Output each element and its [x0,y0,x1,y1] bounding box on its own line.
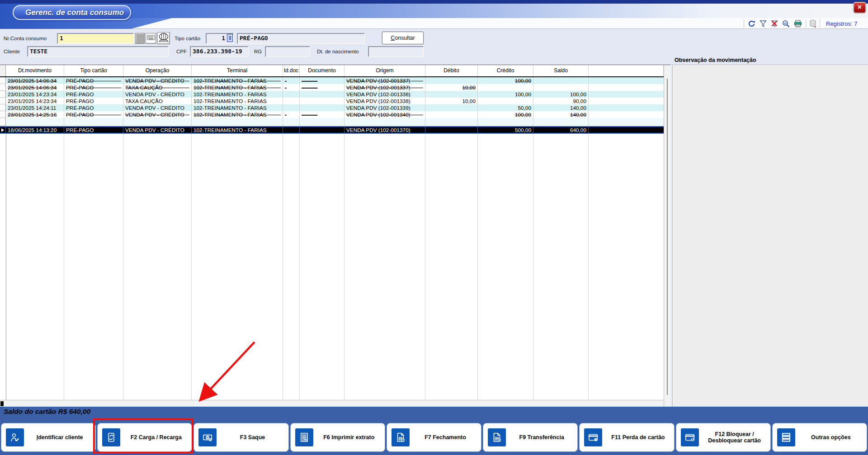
cell-Terminal: 102-TREINAMENTO - FARIAS [192,77,283,84]
cell-Origem: VENDA PDV (102-001338) [344,98,425,104]
cell-Terminal [192,118,283,126]
cell-Origem: VENDA PDV (102-001340) [344,111,425,118]
consultar-button[interactable]: Consultar [382,32,424,44]
table-row[interactable]: 23/01/2025 14:23:34PRÉ-PAGOTAXA CAUÇÃO10… [0,98,664,104]
nr-conta-label: Nr.Conta consumo [4,33,47,44]
action-f7-fechamento[interactable]: F7 Fechamento [387,423,481,452]
table-row-selected[interactable]: 18/06/2025 14:13:20PRÉ-PAGOVENDA PDV - C… [0,126,664,134]
cell-Débito [425,77,478,84]
cell-Operação: TAXA CAUÇÃO [123,98,192,104]
cell-Crédito [478,118,533,126]
row-header-cell [0,104,6,111]
cell-filler [589,98,664,104]
column-header-Documento[interactable]: Documento [300,65,344,76]
cell-Crédito: 100,00 [478,111,533,118]
table-row-blank[interactable] [0,118,664,126]
action-f11-perda-de-cart-o[interactable]: ?F11 Perda de cartão [579,423,674,452]
cell-filler [589,84,664,91]
lookup-button[interactable] [135,33,145,44]
column-header-Id.doc[interactable]: Id.doc [283,65,300,76]
filter-clear-icon[interactable] [770,19,778,28]
cell-Crédito [478,84,533,91]
action-f3-saque[interactable]: $F3 Saque [193,423,288,452]
hscroll-thumb[interactable] [0,401,4,406]
cell-Origem: VENDA PDV (102-001338) [344,91,425,98]
action-outras-op-es[interactable]: Outras opções [772,423,867,452]
cliente-label: Cliente [4,46,20,57]
observacao-panel[interactable] [672,65,868,407]
cell-Operação: VENDA PDV - CRÉDITO [123,77,192,84]
cell-Saldo: 100,00 [533,91,589,98]
toolbar-separator [806,19,806,28]
vscroll-thumb[interactable] [667,79,668,395]
action-f2-carga-recarga[interactable]: F2 Carga / Recarga [97,423,192,452]
window-top-strip [0,0,868,4]
row-header-cell [0,98,6,104]
selected-row-marker-icon [1,128,4,132]
cpf-field: 386.233.398-19 [190,46,249,57]
tipo-cartao-spinner[interactable] [227,34,233,42]
column-header-Operação[interactable]: Operação [123,65,192,76]
nr-conta-input[interactable]: 1 [57,33,134,44]
receipt-icon: R$ [295,428,313,446]
cell-Id.doc [283,98,300,104]
cliente-field: TESTE [27,46,169,57]
nascimento-field [368,46,424,57]
row-header-cell [0,84,6,91]
table-row[interactable]: 23/01/2025 14:06:34PRÉ-PAGOVENDA PDV - C… [0,77,664,84]
column-header-Origem[interactable]: Origem [344,65,425,76]
table-row[interactable]: 23/01/2025 14:24:11PRÉ-PAGOVENDA PDV - C… [0,104,664,111]
table-row[interactable]: 23/01/2025 14:23:34PRÉ-PAGOVENDA PDV - C… [0,91,664,98]
cell-Saldo: 140,00 [533,111,589,118]
action-identificar-cliente[interactable]: Identificar cliente [1,423,96,452]
cell-Dt.movimento: 23/01/2025 14:23:34 [6,98,64,104]
action-f6-imprimir-extrato[interactable]: R$F6 Imprimir extrato [290,423,385,452]
table-row[interactable]: 23/01/2025 14:25:16PRÉ-PAGOVENDA PDV - C… [0,111,664,118]
vertical-scrollbar[interactable] [664,65,671,407]
zoom-icon[interactable]: n [782,19,790,28]
card-reload-icon [102,428,120,446]
close-button[interactable]: × [854,2,866,13]
cell-Débito [425,91,478,98]
toolbar-separator [820,19,820,28]
keyboard-button[interactable] [146,33,156,44]
cell-Saldo [533,84,589,91]
cell-Documento: ——— [300,111,344,118]
action-f12-bloquear-desbloquear-cart-o[interactable]: F12 Bloquear / Desbloquear cartão [676,423,771,452]
cell-Dt.movimento: 23/01/2025 14:06:34 [6,77,64,84]
filter-icon[interactable] [759,19,767,28]
column-header-Terminal[interactable]: Terminal [192,65,283,76]
table-row[interactable]: 23/01/2025 14:06:34PRÉ-PAGOTAXA CAUÇÃO10… [0,84,664,91]
action-f9-transfer-ncia[interactable]: F9 Transferência [483,423,578,452]
card-reader-icon [158,33,169,44]
cell-filler [589,111,664,118]
refresh-icon[interactable] [747,19,756,28]
grid-header-row: Dt.movimentoTipo cartãoOperaçãoTerminalI… [0,65,664,77]
tipo-cartao-label: Tipo cartão [175,33,200,44]
column-header-Crédito[interactable]: Crédito [478,65,533,76]
observacao-label: Observação da movimentação [675,57,756,63]
cell-Documento [300,127,344,133]
horizontal-scrollbar[interactable] [0,400,664,407]
doc-refresh-icon [488,428,506,446]
svg-text:?: ? [595,438,597,441]
cell-Id.doc [283,91,300,98]
row-header-cell [0,118,6,126]
cell-Tipo cartão: PRÉ-PAGO [64,98,123,104]
card-reader-button[interactable] [157,32,170,44]
column-header-Tipo cartão[interactable]: Tipo cartão [64,65,123,76]
row-header-cell [0,77,6,84]
cell-Operação [123,118,192,126]
toolbar-separator [744,19,744,28]
column-header-filler[interactable] [589,65,664,76]
column-header-Saldo[interactable]: Saldo [533,65,589,76]
spinner-up-icon [229,36,231,38]
column-header-Débito[interactable]: Débito [425,65,478,76]
cell-Origem [344,118,425,126]
database-icon[interactable] [809,19,816,28]
column-header-Dt.movimento[interactable]: Dt.movimento [6,65,64,76]
rg-label: RG [254,46,262,57]
cell-Operação: VENDA PDV - CRÉDITO [123,104,192,111]
cell-Débito [425,127,478,133]
print-icon[interactable] [793,19,802,28]
